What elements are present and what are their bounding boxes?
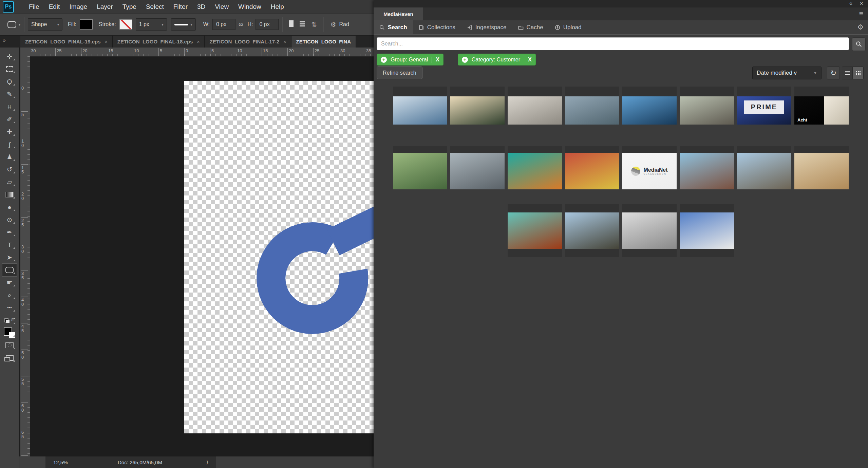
document-tab[interactable]: ZETICON_LOGO_FINA [291, 36, 356, 48]
tab-collections[interactable]: Collections [413, 20, 461, 34]
thumbnail-cell[interactable]: MediaNetVLAANDEREN [622, 146, 677, 189]
screen-mode[interactable] [2, 352, 17, 364]
width-field[interactable]: 0 px [212, 19, 235, 30]
search-input[interactable] [377, 37, 849, 50]
grid-view-button[interactable] [853, 67, 864, 79]
thumbnail-cell[interactable] [794, 146, 849, 189]
close-icon[interactable]: × [197, 39, 200, 44]
thumbnail-cell[interactable] [737, 146, 791, 189]
menu-help[interactable]: Help [266, 3, 289, 11]
thumbnail-cell[interactable]: Acht [794, 87, 849, 125]
tab-search[interactable]: Search [374, 20, 413, 34]
search-button[interactable] [852, 37, 866, 51]
thumbnail-cell[interactable] [680, 146, 734, 189]
zoom-level-field[interactable]: 12,5% [53, 460, 77, 465]
hand-tool[interactable]: ☛ [2, 276, 17, 289]
move-tool[interactable]: ✛ [2, 50, 17, 63]
more-tools-ellipsis[interactable]: ••• [2, 301, 17, 314]
shape-mode-select[interactable]: Shape ▾ [28, 18, 62, 31]
clone-stamp-tool[interactable]: ♟ [2, 151, 17, 163]
menu-edit[interactable]: Edit [44, 3, 65, 11]
menu-file[interactable]: File [24, 3, 44, 11]
collapse-panel-icon[interactable]: « [849, 0, 852, 6]
menu-image[interactable]: Image [64, 3, 92, 11]
panel-title-tab[interactable]: MediaHaven [374, 7, 423, 20]
menu-view[interactable]: View [210, 3, 233, 11]
thumbnail-cell[interactable] [680, 204, 734, 257]
thumbnail-cell[interactable] [393, 146, 447, 189]
tab-ingestspace[interactable]: Ingestspace [461, 20, 512, 34]
thumbnail-cell[interactable] [622, 204, 677, 257]
document-tab[interactable]: ZETICON_LOGO_FINAL-18.eps× [113, 36, 205, 48]
thumbnail-cell[interactable] [565, 146, 619, 189]
tool-preset-picker[interactable]: ▾ [7, 21, 20, 28]
filter-chip[interactable]: +Category: CustomerX [458, 54, 536, 65]
rounded-rectangle-tool[interactable] [2, 264, 17, 276]
path-selection-tool[interactable]: ➤ [2, 251, 17, 264]
path-alignment-icon[interactable] [297, 21, 308, 28]
type-tool[interactable]: T [2, 239, 17, 251]
gear-icon[interactable]: ⚙ [327, 21, 339, 29]
thumbnail-cell[interactable] [622, 87, 677, 125]
close-icon[interactable]: × [283, 39, 286, 44]
thumbnail-cell[interactable]: PRIME [737, 87, 791, 125]
history-brush-tool[interactable]: ↺ [2, 163, 17, 176]
list-view-button[interactable] [842, 67, 853, 79]
close-panel-icon[interactable]: × [860, 0, 863, 7]
stroke-width-select[interactable]: 1 px ▾ [136, 18, 167, 31]
remove-filter-icon[interactable]: X [524, 57, 532, 63]
menu-filter[interactable]: Filter [169, 3, 192, 11]
stroke-swatch[interactable] [119, 19, 132, 30]
thumbnail-cell[interactable] [450, 146, 505, 189]
remove-filter-icon[interactable]: X [432, 57, 439, 63]
foreground-background-swatches[interactable] [2, 326, 17, 339]
rectangular-marquee-tool[interactable] [2, 63, 17, 75]
double-chevron-icon[interactable]: » [3, 37, 6, 43]
menu-3d[interactable]: 3D [192, 3, 210, 11]
filter-chip[interactable]: +Group: GeneralX [377, 54, 444, 65]
ruler-origin-corner[interactable] [20, 48, 30, 57]
quick-mask-mode[interactable] [2, 339, 17, 352]
thumbnail-cell[interactable] [565, 204, 619, 257]
eyedropper-tool[interactable]: ✐ [2, 113, 17, 126]
thumbnail-cell[interactable] [508, 146, 562, 189]
spot-healing-brush-tool[interactable]: ✚ [2, 126, 17, 138]
document-canvas[interactable] [184, 81, 374, 433]
dodge-tool[interactable]: ⊙ [2, 213, 17, 226]
menu-type[interactable]: Type [118, 3, 141, 11]
path-arrangement-icon[interactable]: ⇅ [308, 21, 320, 29]
gear-icon[interactable]: ⚙ [857, 23, 864, 31]
thumbnail-cell[interactable] [680, 87, 734, 125]
quick-selection-tool[interactable]: ✎ [2, 88, 17, 100]
path-operations-icon[interactable] [286, 20, 297, 29]
horizontal-ruler[interactable]: 3025201510505101520253035 [30, 48, 374, 57]
refine-search-button[interactable]: Refine search [377, 67, 422, 79]
document-tab[interactable]: ZETICON_LOGO_FINAL-19.eps× [20, 36, 113, 48]
sort-dropdown[interactable]: Date modified v ▼ [752, 67, 822, 79]
thumbnail-cell[interactable] [565, 87, 619, 125]
height-field[interactable]: 0 px [256, 19, 279, 30]
brush-tool[interactable]: ʃ [2, 138, 17, 151]
menu-select[interactable]: Select [141, 3, 169, 11]
thumbnail-cell[interactable] [450, 87, 505, 125]
vertical-ruler[interactable]: 051 01 52 02 53 03 54 04 55 05 56 06 57 … [20, 56, 30, 456]
swap-colors[interactable]: ⇄ [2, 314, 17, 326]
close-icon[interactable]: × [105, 39, 108, 44]
thumbnail-cell[interactable] [393, 87, 447, 125]
lasso-tool[interactable]: Ϙ [2, 75, 17, 88]
gradient-tool[interactable] [2, 188, 17, 201]
menu-layer[interactable]: Layer [92, 3, 118, 11]
zoom-tool[interactable]: ⌕ [2, 289, 17, 301]
thumbnail-cell[interactable] [508, 204, 562, 257]
document-tab[interactable]: ZETICON_LOGO_FINAL-17-2× [205, 36, 291, 48]
stroke-type-select[interactable]: ▾ [171, 18, 196, 31]
refresh-button[interactable]: ↻ [827, 67, 840, 79]
blur-tool[interactable]: ● [2, 201, 17, 213]
tab-cache[interactable]: Cache [512, 20, 549, 34]
eraser-tool[interactable]: ▱ [2, 176, 17, 188]
link-dimensions-icon[interactable]: ∞ [235, 21, 246, 28]
menu-window[interactable]: Window [233, 3, 266, 11]
fill-swatch[interactable] [80, 19, 93, 30]
crop-tool[interactable]: ⌗ [2, 100, 17, 113]
tab-upload[interactable]: Upload [549, 20, 587, 34]
